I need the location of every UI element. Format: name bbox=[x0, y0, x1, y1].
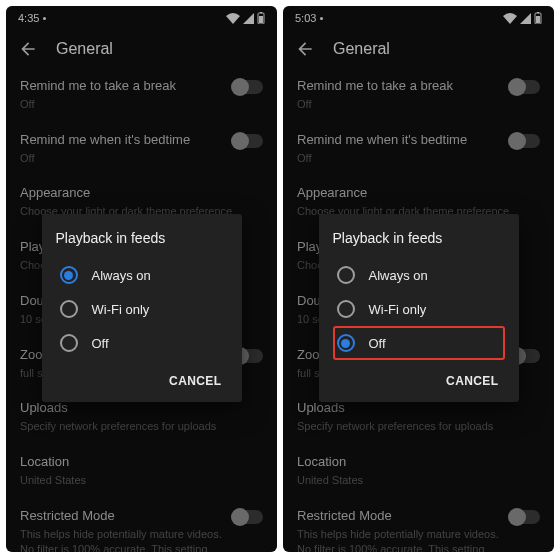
radio-label: Wi-Fi only bbox=[92, 302, 150, 317]
cancel-button[interactable]: CANCEL bbox=[163, 370, 227, 392]
radio-icon bbox=[337, 300, 355, 318]
radio-label: Always on bbox=[369, 268, 428, 283]
radio-icon bbox=[337, 266, 355, 284]
radio-icon bbox=[60, 266, 78, 284]
radio-icon bbox=[60, 300, 78, 318]
radio-label: Always on bbox=[92, 268, 151, 283]
radio-option-off[interactable]: Off bbox=[56, 326, 228, 360]
playback-dialog: Playback in feeds Always on Wi-Fi only O… bbox=[319, 214, 519, 402]
radio-option-wifi[interactable]: Wi-Fi only bbox=[56, 292, 228, 326]
playback-dialog: Playback in feeds Always on Wi-Fi only O… bbox=[42, 214, 242, 402]
radio-option-wifi[interactable]: Wi-Fi only bbox=[333, 292, 505, 326]
cancel-button[interactable]: CANCEL bbox=[440, 370, 504, 392]
radio-label: Off bbox=[369, 336, 386, 351]
radio-icon bbox=[337, 334, 355, 352]
radio-icon bbox=[60, 334, 78, 352]
radio-option-always[interactable]: Always on bbox=[56, 258, 228, 292]
radio-option-off[interactable]: Off bbox=[333, 326, 505, 360]
two-screen-comparison: 4:35 General Remind me to take a breakOf… bbox=[0, 0, 560, 558]
radio-label: Off bbox=[92, 336, 109, 351]
radio-option-always[interactable]: Always on bbox=[333, 258, 505, 292]
phone-screen-left: 4:35 General Remind me to take a breakOf… bbox=[6, 6, 277, 552]
radio-label: Wi-Fi only bbox=[369, 302, 427, 317]
dialog-title: Playback in feeds bbox=[56, 230, 228, 246]
dialog-title: Playback in feeds bbox=[333, 230, 505, 246]
phone-screen-right: 5:03 General Remind me to take a breakOf… bbox=[283, 6, 554, 552]
